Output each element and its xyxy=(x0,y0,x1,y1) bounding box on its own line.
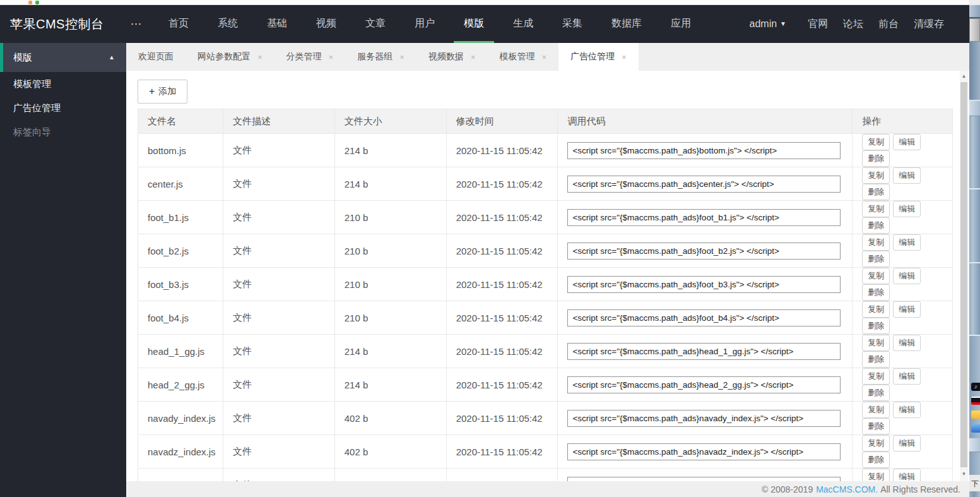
delete-button[interactable]: 删除 xyxy=(862,184,890,200)
scrollbar-thumb[interactable] xyxy=(960,82,967,467)
close-tab-icon[interactable]: × xyxy=(257,52,263,62)
nav-link-论坛[interactable]: 论坛 xyxy=(835,18,871,29)
close-tab-icon[interactable]: × xyxy=(541,52,546,62)
ad-code-cell xyxy=(558,167,853,201)
delete-button[interactable]: 删除 xyxy=(862,150,890,167)
ad-code-input[interactable] xyxy=(567,343,841,360)
sidebar-item-广告位管理[interactable]: 广告位管理 xyxy=(0,96,126,120)
tab-分类管理[interactable]: 分类管理× xyxy=(275,43,346,71)
nav-item-模版[interactable]: 模版 xyxy=(454,5,494,43)
ad-code-input[interactable] xyxy=(567,276,841,293)
copy-button[interactable]: 复制 xyxy=(862,335,890,351)
ad-code-input[interactable] xyxy=(567,376,841,393)
edit-button[interactable]: 编辑 xyxy=(893,201,921,217)
copy-button[interactable]: 复制 xyxy=(862,201,890,217)
edit-button[interactable]: 编辑 xyxy=(893,469,921,481)
nav-item-视频[interactable]: 视频 xyxy=(306,5,346,43)
copy-button[interactable]: 复制 xyxy=(862,301,890,318)
ad-code-input[interactable] xyxy=(567,309,841,326)
close-tab-icon[interactable]: × xyxy=(329,52,334,62)
copy-button[interactable]: 复制 xyxy=(862,469,890,481)
edit-button[interactable]: 编辑 xyxy=(893,435,921,452)
nav-more-icon[interactable]: ⋯ xyxy=(119,17,154,31)
ad-code-input[interactable] xyxy=(567,176,841,193)
tab-视频数据[interactable]: 视频数据× xyxy=(416,43,488,71)
nav-item-文章[interactable]: 文章 xyxy=(355,5,396,43)
tab-广告位管理[interactable]: 广告位管理× xyxy=(558,43,639,71)
close-tab-icon[interactable]: × xyxy=(471,52,476,62)
close-tab-icon[interactable]: × xyxy=(622,52,627,62)
nav-link-清缓存[interactable]: 清缓存 xyxy=(906,18,952,29)
nav-item-基础[interactable]: 基础 xyxy=(257,5,297,43)
copy-button[interactable]: 复制 xyxy=(862,134,890,150)
tab-模板管理[interactable]: 模板管理× xyxy=(487,43,558,71)
file-desc-cell: 文件 xyxy=(223,335,334,368)
ad-code-input[interactable] xyxy=(567,477,841,482)
nav-link-官网[interactable]: 官网 xyxy=(800,18,835,29)
file-name-cell: navady_index.js xyxy=(138,402,223,435)
delete-button[interactable]: 删除 xyxy=(862,217,890,234)
delete-button[interactable]: 删除 xyxy=(862,452,890,468)
file-desc-cell: 文件 xyxy=(223,268,334,301)
copy-button[interactable]: 复制 xyxy=(862,268,890,284)
copy-button[interactable]: 复制 xyxy=(862,368,890,385)
file-size-cell: 210 b xyxy=(334,234,446,268)
tab-欢迎页面[interactable]: 欢迎页面 xyxy=(126,43,186,71)
copy-button[interactable]: 复制 xyxy=(862,402,890,418)
ad-code-input[interactable] xyxy=(567,209,841,226)
nav-item-首页[interactable]: 首页 xyxy=(158,5,199,43)
actions-cell: 复制编辑删除 xyxy=(853,268,953,301)
nav-item-数据库[interactable]: 数据库 xyxy=(601,5,652,43)
ad-code-input[interactable] xyxy=(567,410,841,427)
nav-item-系统[interactable]: 系统 xyxy=(208,5,248,43)
nav-item-生成[interactable]: 生成 xyxy=(503,5,543,43)
nav-item-用户[interactable]: 用户 xyxy=(404,5,445,43)
edit-button[interactable]: 编辑 xyxy=(893,134,921,150)
ad-code-input[interactable] xyxy=(567,443,841,460)
copy-button[interactable]: 复制 xyxy=(862,234,890,251)
user-dropdown[interactable]: admin▼ xyxy=(750,18,786,30)
delete-button[interactable]: 删除 xyxy=(862,251,890,267)
ad-code-cell xyxy=(558,234,853,268)
file-size-cell: 402 b xyxy=(334,402,446,435)
outer-scrollbar-thumb[interactable] xyxy=(969,18,980,42)
nav-link-前台[interactable]: 前台 xyxy=(871,18,906,29)
scroll-down-icon[interactable]: ▼ xyxy=(960,470,968,479)
delete-button[interactable]: 删除 xyxy=(862,318,890,334)
edit-button[interactable]: 编辑 xyxy=(893,402,921,418)
file-desc-cell: 文件 xyxy=(223,469,334,482)
close-tab-icon[interactable]: × xyxy=(399,52,404,62)
sidebar-item-模板管理[interactable]: 模板管理 xyxy=(0,72,126,96)
desktop-edge-strip: ♪ 下 xyxy=(969,0,980,497)
edit-button[interactable]: 编辑 xyxy=(893,335,921,351)
ad-code-input[interactable] xyxy=(567,243,841,260)
tab-网站参数配置[interactable]: 网站参数配置× xyxy=(186,43,275,71)
delete-button[interactable]: 删除 xyxy=(862,418,890,434)
delete-button[interactable]: 删除 xyxy=(862,351,890,368)
content-scrollbar[interactable]: ▲ ▼ xyxy=(960,71,968,481)
nav-item-应用[interactable]: 应用 xyxy=(661,5,701,43)
favicon-fragment xyxy=(28,1,32,4)
edit-button[interactable]: 编辑 xyxy=(893,167,921,184)
edit-button[interactable]: 编辑 xyxy=(893,301,921,318)
ad-code-input[interactable] xyxy=(567,142,841,159)
modified-time-cell: 2020-11-15 11:05:42 xyxy=(446,469,558,482)
edit-button[interactable]: 编辑 xyxy=(893,368,921,385)
delete-button[interactable]: 删除 xyxy=(862,284,890,301)
nav-item-采集[interactable]: 采集 xyxy=(552,5,593,43)
edit-button[interactable]: 编辑 xyxy=(893,268,921,284)
tab-服务器组[interactable]: 服务器组× xyxy=(345,43,416,71)
scroll-up-icon[interactable]: ▲ xyxy=(960,72,968,81)
edit-button[interactable]: 编辑 xyxy=(893,234,921,251)
delete-button[interactable]: 删除 xyxy=(862,385,890,401)
sidebar-group-template[interactable]: 模版 ▲ xyxy=(0,43,126,72)
actions-cell: 复制编辑删除 xyxy=(853,201,953,234)
sidebar-item-标签向导[interactable]: 标签向导 xyxy=(0,120,126,144)
modified-time-cell: 2020-11-15 11:05:42 xyxy=(446,234,558,268)
add-button[interactable]: + 添加 xyxy=(138,80,187,104)
copy-button[interactable]: 复制 xyxy=(862,167,890,184)
column-header-文件大小: 文件大小 xyxy=(334,109,446,134)
sidebar-items: 模板管理广告位管理标签向导 xyxy=(0,72,126,144)
copy-button[interactable]: 复制 xyxy=(862,435,890,452)
maccms-link[interactable]: MacCMS.COM. xyxy=(816,484,878,494)
